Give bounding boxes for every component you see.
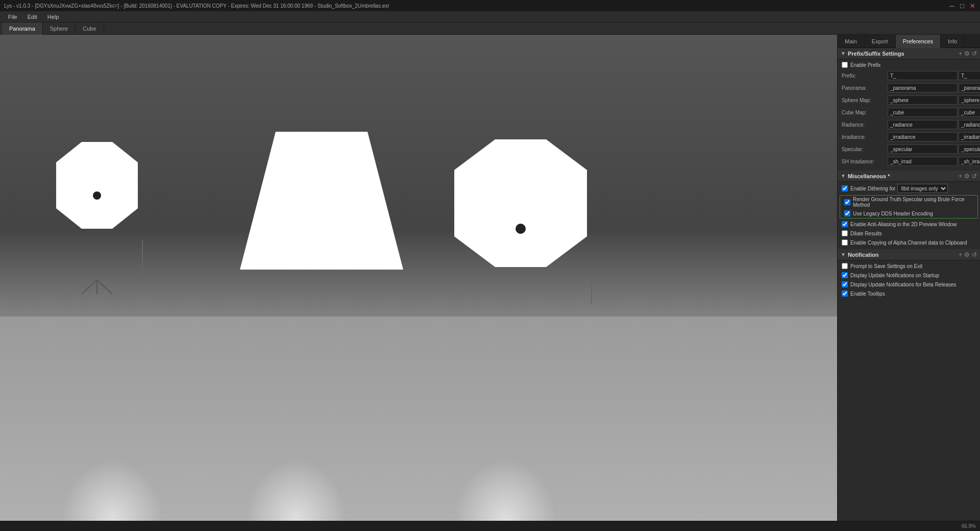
- irradiance-row: Irradiance:: [838, 131, 980, 143]
- enable-prefix-row: Enable Prefix: [838, 60, 980, 69]
- prefix-suffix-icon-add[interactable]: +: [959, 50, 962, 57]
- panel-tab-export[interactable]: Export: [865, 35, 896, 48]
- prefix-input2[interactable]: [959, 71, 980, 80]
- display-notifications-startup-label[interactable]: Display Update Notifications on Startup: [850, 273, 939, 278]
- sh-irradiance-input2[interactable]: [959, 157, 980, 166]
- sphere-row: Sphere Map:: [838, 94, 980, 106]
- anti-aliasing-row: Enable Anti-Aliasing in the 2D Preview W…: [838, 220, 980, 229]
- irradiance-input2[interactable]: [959, 132, 980, 141]
- shape-left: [51, 137, 143, 297]
- maximize-button[interactable]: □: [959, 2, 966, 9]
- render-ground-truth-label[interactable]: Render Ground Truth Specular using Brute…: [853, 197, 973, 208]
- cube-label: Cube Map:: [842, 110, 888, 115]
- display-notifications-beta-label[interactable]: Display Update Notifications for Beta Re…: [850, 282, 956, 287]
- panel-tab-preferences[interactable]: Preferences: [896, 35, 941, 48]
- misc-icon-reset[interactable]: ↺: [972, 173, 977, 180]
- use-legacy-dds-label[interactable]: Use Legacy DDS Header Encoding: [853, 211, 933, 216]
- menu-bar: File Edit Help: [0, 11, 980, 22]
- svg-line-2: [82, 280, 97, 294]
- render-ground-truth-checkbox[interactable]: [844, 199, 850, 205]
- specular-label: Specular:: [842, 147, 888, 152]
- panel-tabs: Main Export Preferences Info: [838, 35, 980, 48]
- tab-panorama[interactable]: Panorama: [2, 22, 43, 35]
- anti-aliasing-checkbox[interactable]: [842, 221, 848, 227]
- enable-dithering-checkbox[interactable]: [842, 185, 848, 191]
- enable-copying-alpha-row: Enable Copying of Alpha Channel data to …: [838, 238, 980, 247]
- panorama-input1[interactable]: [888, 83, 958, 92]
- panel-tab-info[interactable]: Info: [941, 35, 965, 48]
- irradiance-label: Irradiance:: [842, 134, 888, 140]
- prompt-save-checkbox[interactable]: [842, 263, 848, 269]
- enable-prefix-label[interactable]: Enable Prefix: [850, 62, 880, 68]
- anti-aliasing-label[interactable]: Enable Anti-Aliasing in the 2D Preview W…: [850, 222, 957, 227]
- dilate-results-checkbox[interactable]: [842, 230, 848, 236]
- use-legacy-dds-checkbox[interactable]: [844, 210, 850, 216]
- title-bar: Lys - v1.0.3 - [DGYsXnuJXvwZG+xlas48vxs5…: [0, 0, 980, 11]
- enable-tooltips-label[interactable]: Enable Tooltips: [850, 291, 885, 297]
- main-layout: Main Export Preferences Info ▼ Prefix/Su…: [0, 35, 980, 521]
- sphere-input2[interactable]: [959, 95, 980, 105]
- svg-line-3: [97, 280, 112, 294]
- notification-icon-reset[interactable]: ↺: [972, 251, 977, 258]
- misc-section-header[interactable]: ▼ Miscellaneous * + ⚙ ↺: [838, 171, 980, 182]
- tab-cube[interactable]: Cube: [76, 22, 104, 35]
- app-title: Lys - v1.0.3 - [DGYsXnuJXvwZG+xlas48vxs5…: [4, 3, 389, 9]
- radiance-input2[interactable]: [959, 120, 980, 129]
- viewport: [0, 35, 837, 521]
- enable-dithering-label[interactable]: Enable Dithering for: [850, 186, 895, 191]
- enable-tooltips-checkbox[interactable]: [842, 291, 848, 297]
- panorama-row: Panorama:: [838, 82, 980, 94]
- cube-input1[interactable]: [888, 108, 958, 117]
- sphere-input1[interactable]: [888, 95, 958, 105]
- dilate-results-label[interactable]: Dilate Results: [850, 231, 882, 236]
- prefix-suffix-title: Prefix/Suffix Settings: [848, 51, 959, 57]
- panorama-input2[interactable]: [959, 83, 980, 92]
- prefix-input1[interactable]: [888, 71, 958, 80]
- specular-input2[interactable]: [959, 144, 980, 154]
- dithering-select[interactable]: 8bit images only All images Disabled: [897, 184, 948, 193]
- radiance-input1[interactable]: [888, 120, 958, 129]
- enable-prefix-checkbox[interactable]: [842, 62, 848, 68]
- menu-help[interactable]: Help: [42, 11, 64, 22]
- radiance-label: Radiance:: [842, 122, 888, 128]
- notification-icon-settings[interactable]: ⚙: [964, 251, 970, 258]
- tab-sphere[interactable]: Sphere: [43, 22, 76, 35]
- status-bar: 66.9%: [0, 521, 980, 531]
- sphere-label: Sphere Map:: [842, 98, 888, 103]
- misc-icons: + ⚙ ↺: [959, 173, 977, 180]
- panel-tab-main[interactable]: Main: [838, 35, 865, 48]
- prefix-suffix-section-header[interactable]: ▼ Prefix/Suffix Settings + ⚙ ↺: [838, 48, 980, 59]
- minimize-button[interactable]: ─: [948, 2, 955, 9]
- notification-arrow: ▼: [841, 252, 846, 257]
- sh-irradiance-row: SH Irradiance:: [838, 155, 980, 167]
- enable-tooltips-row: Enable Tooltips: [838, 289, 980, 298]
- prompt-save-label[interactable]: Prompt to Save Settings on Exit: [850, 263, 922, 269]
- svg-point-1: [93, 191, 101, 200]
- enable-copying-alpha-label[interactable]: Enable Copying of Alpha Channel data to …: [850, 240, 967, 246]
- sh-irradiance-input1[interactable]: [888, 157, 958, 166]
- menu-file[interactable]: File: [3, 11, 22, 22]
- prefix-suffix-icon-settings[interactable]: ⚙: [964, 50, 970, 57]
- menu-edit[interactable]: Edit: [22, 11, 42, 22]
- prefix-suffix-icons: + ⚙ ↺: [959, 50, 977, 57]
- display-notifications-beta-checkbox[interactable]: [842, 281, 848, 287]
- misc-icon-settings[interactable]: ⚙: [964, 173, 970, 180]
- sh-irradiance-label: SH Irradiance:: [842, 159, 888, 164]
- notification-section-header[interactable]: ▼ Notification + ⚙ ↺: [838, 249, 980, 260]
- misc-icon-add[interactable]: +: [959, 173, 962, 180]
- display-notifications-startup-checkbox[interactable]: [842, 272, 848, 278]
- irradiance-input1[interactable]: [888, 132, 958, 141]
- enable-copying-alpha-checkbox[interactable]: [842, 239, 848, 246]
- prefix-suffix-icon-reset[interactable]: ↺: [972, 50, 977, 57]
- radiance-row: Radiance:: [838, 118, 980, 131]
- display-notifications-beta-row: Display Update Notifications for Beta Re…: [838, 280, 980, 289]
- prefix-label: Prefix:: [842, 73, 888, 79]
- specular-input1[interactable]: [888, 144, 958, 154]
- prompt-save-row: Prompt to Save Settings on Exit: [838, 261, 980, 271]
- notification-icon-add[interactable]: +: [959, 251, 962, 258]
- zoom-level: 66.9%: [962, 523, 976, 529]
- display-notifications-startup-row: Display Update Notifications on Startup: [838, 271, 980, 280]
- close-button[interactable]: ✕: [969, 2, 976, 9]
- cube-input2[interactable]: [959, 108, 980, 117]
- tab-bar: Panorama Sphere Cube: [0, 22, 980, 35]
